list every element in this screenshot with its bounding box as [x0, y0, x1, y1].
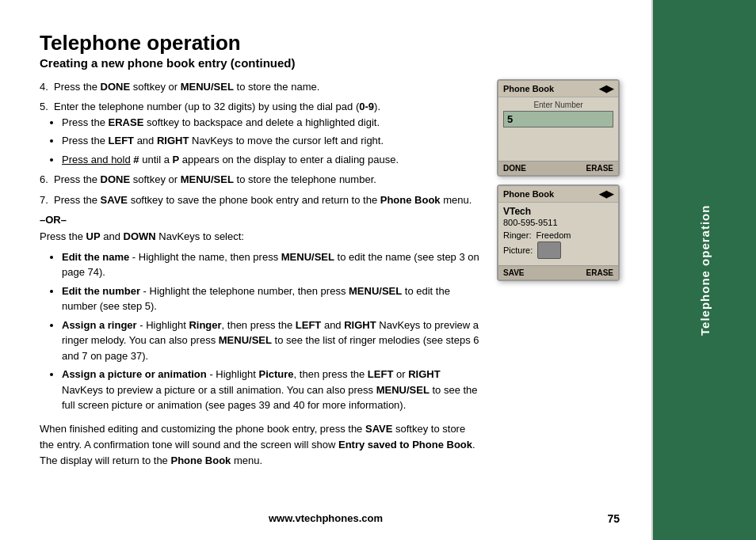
screen-2-ringer-row: Ringer: Freedom [503, 230, 613, 240]
screen-2-picture-box [537, 241, 561, 259]
screen-1-sublabel: Enter Number [503, 101, 613, 109]
screen-2-ringer-value: Freedom [536, 230, 571, 240]
screen-2-nav: ◀▶ [599, 188, 613, 200]
step-5-bullets: Press the ERASE softkey to backspace and… [62, 115, 481, 168]
bullet-navkeys: Press the LEFT and RIGHT NavKeys to move… [62, 133, 481, 149]
step-5: 5. Enter the telephone number (up to 32 … [40, 99, 481, 167]
step-7: 7. Press the SAVE softkey to save the ph… [40, 192, 481, 208]
screen-1-nav: ◀▶ [599, 83, 613, 94]
screen-1-header: Phone Book ◀▶ [498, 81, 618, 97]
page-number: 75 [607, 512, 620, 525]
or-bullets: Edit the name - Highlight the name, then… [62, 249, 481, 413]
sidebar-label: Telephone operation [698, 204, 712, 335]
step-7-text: 7. Press the SAVE softkey to save the ph… [40, 194, 472, 206]
bullet-assign-picture: Assign a picture or animation - Highligh… [62, 367, 481, 413]
bullet-assign-ringer: Assign a ringer - Highlight Ringer, then… [62, 318, 481, 364]
right-sidebar: Telephone operation [653, 0, 756, 540]
screen-2-picture-row: Picture: [503, 241, 613, 259]
bullet-edit-name: Edit the name - Highlight the name, then… [62, 249, 481, 280]
screen-2-name: VTech [503, 206, 613, 219]
screen-2-picture-label: Picture: [503, 245, 533, 255]
screen-2-save: SAVE [503, 268, 525, 277]
footer-url: www.vtechphones.com [32, 512, 620, 524]
page-footer: www.vtechphones.com 75 [0, 512, 651, 524]
step-6: 6. Press the DONE softkey or MENU/SEL to… [40, 172, 481, 188]
content-with-screen: 4. Press the DONE softkey or MENU/SEL to… [40, 79, 620, 469]
closing-text: When finished editing and customizing th… [40, 421, 481, 469]
screens-column: Phone Book ◀▶ Enter Number 5 DONE ERASE … [497, 79, 620, 469]
screen-2-ringer-label: Ringer: [503, 230, 531, 240]
bullet-edit-number: Edit the number - Highlight the telephon… [62, 283, 481, 314]
screen-1-erase: ERASE [586, 164, 613, 173]
main-content: Telephone operation Creating a new phone… [0, 0, 653, 540]
screen-2: Phone Book ◀▶ VTech 800-595-9511 Ringer:… [497, 184, 620, 282]
screen-2-header: Phone Book ◀▶ [498, 186, 618, 203]
bullet-hold: Press and hold # until a P appears on th… [62, 152, 481, 168]
screen-2-footer: SAVE ERASE [498, 265, 618, 280]
page-title: Telephone operation [40, 32, 620, 55]
screen-1-done: DONE [503, 164, 526, 173]
screen-1-body: Enter Number 5 [498, 97, 618, 161]
step-4: 4. Press the DONE softkey or MENU/SEL to… [40, 79, 481, 95]
screen-2-title: Phone Book [503, 189, 554, 199]
screen-2-phone: 800-595-9511 [503, 218, 613, 227]
screen-1-title: Phone Book [503, 84, 554, 93]
step-4-num: 4. Press the DONE softkey or MENU/SEL to… [40, 81, 319, 93]
or-divider: –OR– [40, 214, 481, 226]
text-column: 4. Press the DONE softkey or MENU/SEL to… [40, 79, 481, 469]
screen-2-body: VTech 800-595-9511 Ringer: Freedom Pictu… [498, 203, 618, 266]
screen-1-footer: DONE ERASE [498, 161, 618, 175]
screen-1-input: 5 [503, 111, 613, 127]
step-5-text: 5. Enter the telephone number (up to 32 … [40, 101, 380, 112]
page-subtitle: Creating a new phone book entry (continu… [40, 56, 620, 70]
or-intro: Press the UP and DOWN NavKeys to select: [40, 229, 481, 245]
screen-2-erase: ERASE [586, 268, 613, 277]
bullet-erase: Press the ERASE softkey to backspace and… [62, 115, 481, 131]
screen-1: Phone Book ◀▶ Enter Number 5 DONE ERASE [497, 79, 620, 177]
step-6-text: 6. Press the DONE softkey or MENU/SEL to… [40, 173, 376, 185]
